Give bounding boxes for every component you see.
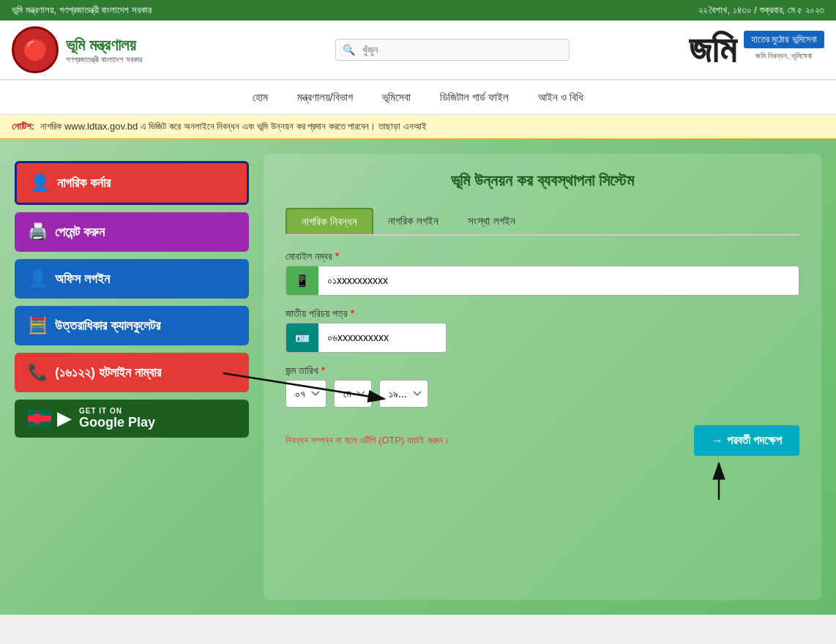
nav-bhumiseba[interactable]: ভূমিসেবা: [382, 88, 411, 107]
mobile-icon: 📱: [286, 266, 318, 295]
play-triangle-icon: ▶: [57, 408, 70, 429]
notice-text: নাগরিক www.ldtax.gov.bd এ ভিজিট করে অনলা…: [40, 121, 426, 132]
nid-field-group: জাতীয় পরিচয় পত্র * 🪪: [285, 307, 799, 353]
mobile-label: মোবাইল নম্বর *: [285, 250, 799, 263]
office-login-button[interactable]: 👤 অফিস লগইন: [15, 259, 249, 299]
calculator-label: উত্তরাধিকার ক্যালকুলেটর: [55, 318, 160, 334]
google-play-label: Google Play: [79, 415, 155, 430]
calculator-button[interactable]: 🧮 উত্তরাধিকার ক্যালকুলেটর: [15, 306, 249, 345]
get-it-on-label: GET IT ON: [79, 407, 122, 415]
bottom-arrow-area: [285, 456, 799, 507]
dob-row: ০৭ মে ১৯...: [285, 380, 799, 408]
flag-icon: [28, 411, 51, 427]
header-right: জমি হাতের মুঠোয় ভূমিসেবা জমি নিবন্ধন, ভ…: [689, 31, 824, 69]
dob-month-select[interactable]: মে: [334, 380, 372, 408]
search-bar: 🔍: [217, 39, 689, 61]
payment-button[interactable]: 🖨️ পেমেন্ট করুন: [15, 212, 249, 252]
dob-day-select[interactable]: ০৭: [285, 380, 326, 408]
dob-label: জন্ম তারিখ *: [285, 364, 799, 377]
search-input[interactable]: [335, 39, 570, 61]
jomi-sub: জমি নিবন্ধন, ভূমিসেবা: [744, 51, 824, 61]
right-panel: ভূমি উন্নয়ন কর ব্যবস্থাপনা সিস্টেম নাগর…: [264, 154, 821, 600]
next-step-button[interactable]: → পরবর্তী পদক্ষেপ: [694, 425, 799, 456]
panel-title: ভূমি উন্নয়ন কর ব্যবস্থাপনা সিস্টেম: [285, 171, 799, 190]
hotline-button[interactable]: 📞 (১৬১২২) হটলাইন নাম্বার: [15, 353, 249, 392]
mobile-input[interactable]: [318, 268, 799, 294]
nav-bar: হোম মন্ত্রণালয়/বিভাগ ভূমিসেবা ডিজিটাল গ…: [0, 80, 836, 115]
search-wrapper: 🔍: [335, 39, 570, 61]
registration-form: মোবাইল নম্বর * 📱 জাতীয় পরিচয় পত্র * 🪪: [285, 250, 799, 456]
search-icon: 🔍: [343, 44, 355, 56]
tabs-row: নাগরিক নিবন্ধন নাগরিক লগইন সংস্থা লগইন: [285, 208, 799, 236]
office-label: অফিস লগইন: [55, 272, 110, 287]
nagrik-corner-button[interactable]: 👤 নাগরিক কর্নার: [15, 161, 249, 205]
nav-law[interactable]: আইন ও বিধি: [538, 88, 583, 107]
left-sidebar: 👤 নাগরিক কর্নার 🖨️ পেমেন্ট করুন 👤 অফিস ল…: [15, 154, 249, 600]
logo-title: ভূমি মন্ত্রণালয়: [66, 36, 142, 55]
calculator-icon: 🧮: [28, 316, 48, 335]
nav-ministry[interactable]: মন্ত্রণালয়/বিভাগ: [297, 88, 353, 107]
nid-input-box: 🪪: [285, 323, 447, 353]
nid-input-wrapper: 🪪: [285, 323, 799, 353]
nid-label: জাতীয় পরিচয় পত্র *: [285, 307, 799, 320]
nid-icon: 🪪: [286, 323, 318, 352]
nagrik-label: নাগরিক কর্নার: [57, 176, 111, 191]
nav-home[interactable]: হোম: [253, 88, 268, 107]
logo-subtitle: গণপ্রজাতন্ত্রী বাংলাদেশ সরকার: [66, 55, 142, 64]
mobile-input-wrapper: 📱: [285, 266, 799, 296]
jomi-logo: জমি: [689, 31, 736, 69]
payment-icon: 🖨️: [28, 222, 48, 242]
dob-year-select[interactable]: ১৯...: [379, 380, 428, 408]
nagrik-icon: 👤: [30, 173, 50, 192]
top-bar: ভূমি মন্ত্রণালয়, গণপ্রজাতন্ত্রী বাংলাদে…: [0, 0, 836, 20]
notice-label: নোটিশ:: [12, 121, 34, 132]
dob-field-group: জন্ম তারিখ * ০৭ মে ১৯...: [285, 364, 799, 408]
annotation-arrow-2: [682, 456, 755, 503]
top-bar-left: ভূমি মন্ত্রণালয়, গণপ্রজাতন্ত্রী বাংলাদে…: [12, 4, 152, 16]
main-content: 👤 নাগরিক কর্নার 🖨️ পেমেন্ট করুন 👤 অফিস ল…: [0, 139, 836, 615]
tab-registration[interactable]: নাগরিক নিবন্ধন: [285, 208, 373, 234]
mobile-field-group: মোবাইল নম্বর * 📱: [285, 250, 799, 296]
bottom-row: নিবন্ধন সম্পন্ন না হলে ওটিপি (OTP) যাচাই…: [285, 425, 799, 456]
logo-area: 🔴 ভূমি মন্ত্রণালয় গণপ্রজাতন্ত্রী বাংলাদ…: [12, 26, 217, 73]
header: 🔴 ভূমি মন্ত্রণালয় গণপ্রজাতন্ত্রী বাংলাদ…: [0, 20, 836, 80]
otp-note: নিবন্ধন সম্পন্ন না হলে ওটিপি (OTP) যাচাই…: [285, 435, 449, 446]
play-icon-area: GET IT ON Google Play: [79, 407, 155, 430]
tab-org-login[interactable]: সংস্থা লগইন: [453, 208, 529, 234]
hotline-icon: 📞: [28, 363, 48, 382]
logo-text: ভূমি মন্ত্রণালয় গণপ্রজাতন্ত্রী বাংলাদেশ…: [66, 36, 142, 64]
nid-input[interactable]: [318, 325, 447, 351]
google-play-button[interactable]: ▶ GET IT ON Google Play: [15, 400, 249, 438]
top-bar-right: ২২ বৈশাখ, ১৪৩০ / শুক্রবার, মে ৫ ২০২৩: [698, 4, 824, 16]
office-icon: 👤: [28, 269, 48, 288]
hotline-label: (১৬১২২) হটলাইন নাম্বার: [55, 365, 161, 381]
nav-digital-guard[interactable]: ডিজিটাল গার্ড ফাইল: [440, 88, 509, 107]
notice-bar: নোটিশ: নাগরিক www.ldtax.gov.bd এ ভিজিট ক…: [0, 115, 836, 139]
tab-citizen-login[interactable]: নাগরিক লগইন: [373, 208, 453, 234]
tagline-box: হাতের মুঠোয় ভূমিসেবা: [744, 31, 824, 48]
payment-label: পেমেন্ট করুন: [55, 225, 105, 240]
logo-emblem: 🔴: [12, 26, 59, 73]
